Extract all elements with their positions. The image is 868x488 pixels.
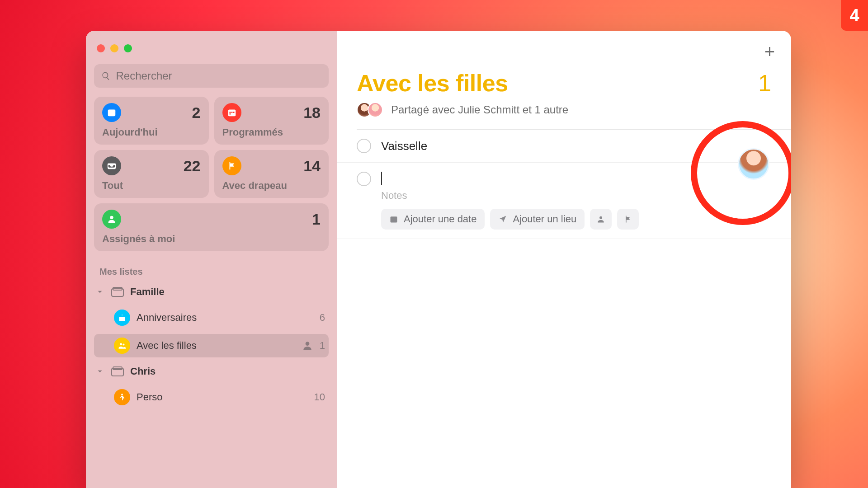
chevron-down-icon [95,287,105,297]
tutorial-step-badge: 4 [841,0,868,31]
tile-flagged[interactable]: 14 Avec drapeau [214,150,329,198]
list-label: Avec les filles [137,340,197,352]
tile-scheduled-label: Programmés [222,127,321,138]
tile-today-label: Aujourd'hui [102,127,201,138]
tile-today[interactable]: 2 Aujourd'hui [94,97,209,145]
cake-icon [114,310,130,326]
person-icon [596,215,605,224]
list-title: Avec les filles [357,70,508,97]
calendar-today-icon [102,103,121,122]
complete-checkbox[interactable] [357,139,371,153]
tile-scheduled-count: 18 [303,104,321,122]
add-date-label: Ajouter une date [404,213,476,225]
window-traffic-lights [94,42,329,60]
close-window-button[interactable] [97,44,105,52]
avatar [368,102,383,117]
svg-point-13 [599,216,602,219]
list-perso[interactable]: Perso 10 [94,385,329,409]
svg-rect-1 [108,110,116,112]
folder-icon [111,366,124,377]
svg-rect-12 [391,216,397,222]
svg-point-7 [123,343,124,345]
group-famille[interactable]: Famille [94,282,329,301]
list-label: Anniversaires [137,312,197,324]
search-icon [101,71,111,81]
add-location-label: Ajouter un lieu [513,213,576,225]
list-avec-les-filles[interactable]: Avec les filles 1 [94,334,329,357]
complete-checkbox[interactable] [357,172,371,186]
tile-flagged-label: Avec drapeau [222,180,321,192]
group-label: Chris [130,366,156,377]
calendar-icon [222,103,241,122]
toolbar: + [337,42,791,61]
add-location-button[interactable]: Ajouter un lieu [490,209,585,230]
minimize-window-button[interactable] [110,44,118,52]
tray-icon [102,156,121,175]
shared-with-text: Partagé avec Julie Schmitt et 1 autre [391,103,568,116]
my-lists-heading: Mes listes [99,267,329,277]
list-label: Perso [137,391,162,403]
tile-all[interactable]: 22 Tout [94,150,209,198]
participant-avatars [357,102,383,117]
list-open-count: 1 [758,70,771,97]
list-count: 1 [320,340,325,352]
svg-point-8 [305,342,309,346]
flag-icon [222,156,241,175]
add-date-button[interactable]: Ajouter une date [381,209,485,230]
group-chris[interactable]: Chris [94,362,329,381]
shared-with-row[interactable]: Partagé avec Julie Schmitt et 1 autre [337,97,791,123]
chevron-down-icon [95,366,105,376]
search-field[interactable] [94,64,329,88]
flag-icon [623,215,632,224]
svg-point-11 [121,394,123,395]
list-anniversaires[interactable]: Anniversaires 6 [94,306,329,329]
list-count: 6 [320,312,325,324]
reminder-item[interactable]: Vaisselle [337,130,791,163]
sidebar: 2 Aujourd'hui 18 Programmés 22 [86,31,337,488]
flag-button[interactable] [617,209,639,230]
tile-all-label: Tout [102,180,201,192]
assign-person-button[interactable] [590,209,612,230]
smart-list-tiles: 2 Aujourd'hui 18 Programmés 22 [94,97,329,251]
new-reminder-row[interactable]: Notes Ajouter une date Ajouter un lieu [337,163,791,239]
location-arrow-icon [498,215,507,224]
tile-assigned-count: 1 [312,211,321,228]
svg-point-3 [110,216,113,219]
assignee-avatar[interactable] [738,148,769,180]
tile-assigned-label: Assignés à moi [102,233,321,245]
group-label: Famille [130,286,165,298]
reminders-window: 2 Aujourd'hui 18 Programmés 22 [86,31,791,488]
tile-flagged-count: 14 [303,157,321,175]
zoom-window-button[interactable] [124,44,132,52]
shared-icon [302,340,313,352]
notes-placeholder[interactable]: Notes [381,190,771,202]
tile-assigned[interactable]: 1 Assignés à moi [94,203,329,251]
reminder-title: Vaisselle [381,139,427,153]
people-icon [114,338,130,354]
person-icon [102,210,121,229]
add-reminder-button[interactable]: + [764,42,775,61]
tile-today-count: 2 [192,104,201,122]
list-detail-pane: + Avec les filles 1 Partagé avec Julie S… [337,31,791,488]
tile-scheduled[interactable]: 18 Programmés [214,97,329,145]
tile-all-count: 22 [184,157,201,175]
walk-icon [114,389,130,405]
search-input[interactable] [116,70,321,82]
svg-point-6 [120,343,122,345]
list-count: 10 [314,391,325,403]
folder-icon [111,286,124,297]
reminder-title-input[interactable] [381,172,771,185]
calendar-icon [389,215,398,224]
